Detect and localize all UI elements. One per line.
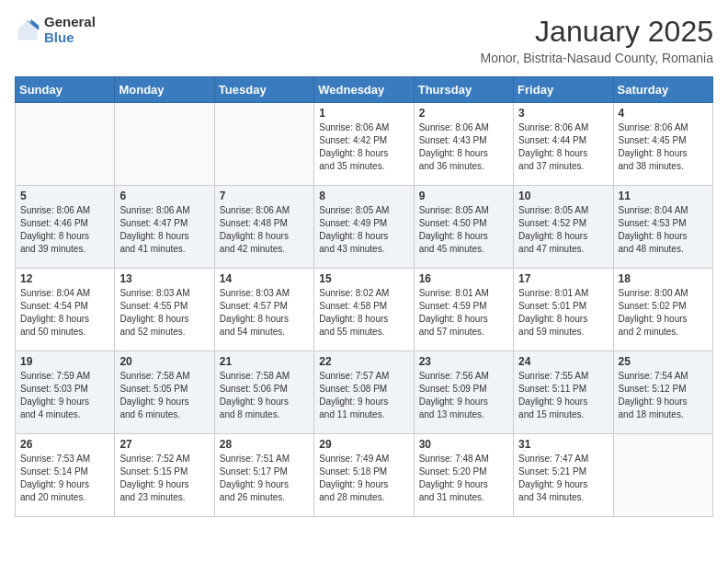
day-info-23: Sunrise: 7:56 AM Sunset: 5:09 PM Dayligh… — [419, 370, 508, 421]
header-saturday: Saturday — [613, 77, 712, 103]
day-cell-8: 8Sunrise: 8:05 AM Sunset: 4:49 PM Daylig… — [314, 186, 414, 269]
day-cell-30: 30Sunrise: 7:48 AM Sunset: 5:20 PM Dayli… — [414, 434, 513, 517]
logo-general: General — [44, 15, 96, 30]
day-cell-15: 15Sunrise: 8:02 AM Sunset: 4:58 PM Dayli… — [314, 269, 414, 351]
day-number-25: 25 — [619, 355, 708, 368]
day-cell-5: 5Sunrise: 8:06 AM Sunset: 4:46 PM Daylig… — [16, 186, 115, 269]
calendar-header-row: SundayMondayTuesdayWednesdayThursdayFrid… — [16, 77, 713, 103]
empty-cell — [613, 434, 712, 517]
empty-cell — [115, 103, 214, 186]
day-number-26: 26 — [20, 438, 109, 451]
header-thursday: Thursday — [414, 77, 513, 103]
week-row-3: 12Sunrise: 8:04 AM Sunset: 4:54 PM Dayli… — [16, 269, 713, 351]
day-info-21: Sunrise: 7:58 AM Sunset: 5:06 PM Dayligh… — [220, 370, 309, 421]
title-block: January 2025 Monor, Bistrita-Nasaud Coun… — [481, 15, 713, 65]
day-info-26: Sunrise: 7:53 AM Sunset: 5:14 PM Dayligh… — [20, 453, 109, 504]
day-cell-16: 16Sunrise: 8:01 AM Sunset: 4:59 PM Dayli… — [414, 269, 513, 351]
day-number-4: 4 — [619, 107, 708, 120]
day-cell-11: 11Sunrise: 8:04 AM Sunset: 4:53 PM Dayli… — [613, 186, 712, 269]
header-sunday: Sunday — [16, 77, 115, 103]
day-cell-17: 17Sunrise: 8:01 AM Sunset: 5:01 PM Dayli… — [514, 269, 613, 351]
day-info-27: Sunrise: 7:52 AM Sunset: 5:15 PM Dayligh… — [119, 453, 209, 504]
day-info-8: Sunrise: 8:05 AM Sunset: 4:49 PM Dayligh… — [319, 204, 408, 256]
day-number-30: 30 — [419, 438, 508, 451]
day-info-6: Sunrise: 8:06 AM Sunset: 4:47 PM Dayligh… — [119, 204, 209, 256]
day-cell-3: 3Sunrise: 8:06 AM Sunset: 4:44 PM Daylig… — [514, 103, 613, 186]
week-row-5: 26Sunrise: 7:53 AM Sunset: 5:14 PM Dayli… — [16, 434, 713, 517]
logo-text: General Blue — [44, 15, 96, 45]
day-cell-27: 27Sunrise: 7:52 AM Sunset: 5:15 PM Dayli… — [115, 434, 214, 517]
day-cell-21: 21Sunrise: 7:58 AM Sunset: 5:06 PM Dayli… — [214, 351, 313, 434]
day-cell-10: 10Sunrise: 8:05 AM Sunset: 4:52 PM Dayli… — [514, 186, 613, 269]
day-cell-29: 29Sunrise: 7:49 AM Sunset: 5:18 PM Dayli… — [314, 434, 414, 517]
day-number-1: 1 — [319, 107, 408, 120]
header-monday: Monday — [115, 77, 214, 103]
day-number-22: 22 — [319, 355, 408, 368]
day-number-31: 31 — [518, 438, 608, 451]
day-info-25: Sunrise: 7:54 AM Sunset: 5:12 PM Dayligh… — [619, 370, 708, 421]
week-row-2: 5Sunrise: 8:06 AM Sunset: 4:46 PM Daylig… — [16, 186, 713, 269]
day-info-24: Sunrise: 7:55 AM Sunset: 5:11 PM Dayligh… — [518, 370, 608, 421]
day-info-3: Sunrise: 8:06 AM Sunset: 4:44 PM Dayligh… — [518, 121, 608, 173]
empty-cell — [16, 103, 115, 186]
calendar-table: SundayMondayTuesdayWednesdayThursdayFrid… — [15, 76, 713, 517]
day-info-22: Sunrise: 7:57 AM Sunset: 5:08 PM Dayligh… — [319, 370, 408, 421]
day-number-14: 14 — [220, 272, 309, 285]
day-cell-6: 6Sunrise: 8:06 AM Sunset: 4:47 PM Daylig… — [115, 186, 214, 269]
day-info-12: Sunrise: 8:04 AM Sunset: 4:54 PM Dayligh… — [20, 287, 109, 339]
day-info-30: Sunrise: 7:48 AM Sunset: 5:20 PM Dayligh… — [419, 453, 508, 504]
location: Monor, Bistrita-Nasaud County, Romania — [481, 51, 713, 65]
day-info-2: Sunrise: 8:06 AM Sunset: 4:43 PM Dayligh… — [419, 121, 508, 173]
day-cell-7: 7Sunrise: 8:06 AM Sunset: 4:48 PM Daylig… — [214, 186, 313, 269]
month-title: January 2025 — [481, 15, 713, 49]
day-info-20: Sunrise: 7:58 AM Sunset: 5:05 PM Dayligh… — [119, 370, 209, 421]
day-cell-13: 13Sunrise: 8:03 AM Sunset: 4:55 PM Dayli… — [115, 269, 214, 351]
day-cell-22: 22Sunrise: 7:57 AM Sunset: 5:08 PM Dayli… — [314, 351, 414, 434]
day-number-20: 20 — [119, 355, 209, 368]
day-info-13: Sunrise: 8:03 AM Sunset: 4:55 PM Dayligh… — [119, 287, 209, 339]
day-info-7: Sunrise: 8:06 AM Sunset: 4:48 PM Dayligh… — [220, 204, 309, 256]
day-number-21: 21 — [220, 355, 309, 368]
day-number-18: 18 — [619, 272, 708, 285]
day-number-13: 13 — [119, 272, 209, 285]
day-info-14: Sunrise: 8:03 AM Sunset: 4:57 PM Dayligh… — [220, 287, 309, 339]
day-number-3: 3 — [518, 107, 608, 120]
day-number-15: 15 — [319, 272, 408, 285]
day-cell-26: 26Sunrise: 7:53 AM Sunset: 5:14 PM Dayli… — [16, 434, 115, 517]
day-info-11: Sunrise: 8:04 AM Sunset: 4:53 PM Dayligh… — [619, 204, 708, 256]
day-info-19: Sunrise: 7:59 AM Sunset: 5:03 PM Dayligh… — [20, 370, 109, 421]
day-info-29: Sunrise: 7:49 AM Sunset: 5:18 PM Dayligh… — [319, 453, 408, 504]
day-cell-18: 18Sunrise: 8:00 AM Sunset: 5:02 PM Dayli… — [613, 269, 712, 351]
header-tuesday: Tuesday — [214, 77, 313, 103]
header-wednesday: Wednesday — [314, 77, 414, 103]
day-number-17: 17 — [518, 272, 608, 285]
day-number-29: 29 — [319, 438, 408, 451]
day-number-11: 11 — [619, 190, 708, 202]
logo-blue: Blue — [44, 30, 96, 46]
day-cell-20: 20Sunrise: 7:58 AM Sunset: 5:05 PM Dayli… — [115, 351, 214, 434]
day-number-23: 23 — [419, 355, 508, 368]
day-info-1: Sunrise: 8:06 AM Sunset: 4:42 PM Dayligh… — [319, 121, 408, 173]
day-number-2: 2 — [419, 107, 508, 120]
day-number-6: 6 — [119, 190, 209, 202]
logo-icon — [15, 17, 40, 43]
day-info-15: Sunrise: 8:02 AM Sunset: 4:58 PM Dayligh… — [319, 287, 408, 339]
day-number-24: 24 — [518, 355, 608, 368]
day-number-19: 19 — [20, 355, 109, 368]
day-number-8: 8 — [319, 190, 408, 202]
day-cell-9: 9Sunrise: 8:05 AM Sunset: 4:50 PM Daylig… — [414, 186, 513, 269]
day-info-9: Sunrise: 8:05 AM Sunset: 4:50 PM Dayligh… — [419, 204, 508, 256]
day-cell-2: 2Sunrise: 8:06 AM Sunset: 4:43 PM Daylig… — [414, 103, 513, 186]
empty-cell — [214, 103, 313, 186]
day-cell-25: 25Sunrise: 7:54 AM Sunset: 5:12 PM Dayli… — [613, 351, 712, 434]
week-row-4: 19Sunrise: 7:59 AM Sunset: 5:03 PM Dayli… — [16, 351, 713, 434]
day-cell-23: 23Sunrise: 7:56 AM Sunset: 5:09 PM Dayli… — [414, 351, 513, 434]
day-number-27: 27 — [119, 438, 209, 451]
day-info-4: Sunrise: 8:06 AM Sunset: 4:45 PM Dayligh… — [619, 121, 708, 173]
day-number-10: 10 — [518, 190, 608, 202]
day-number-16: 16 — [419, 272, 508, 285]
day-number-9: 9 — [419, 190, 508, 202]
day-cell-4: 4Sunrise: 8:06 AM Sunset: 4:45 PM Daylig… — [613, 103, 712, 186]
day-cell-12: 12Sunrise: 8:04 AM Sunset: 4:54 PM Dayli… — [16, 269, 115, 351]
logo: General Blue — [15, 15, 96, 45]
